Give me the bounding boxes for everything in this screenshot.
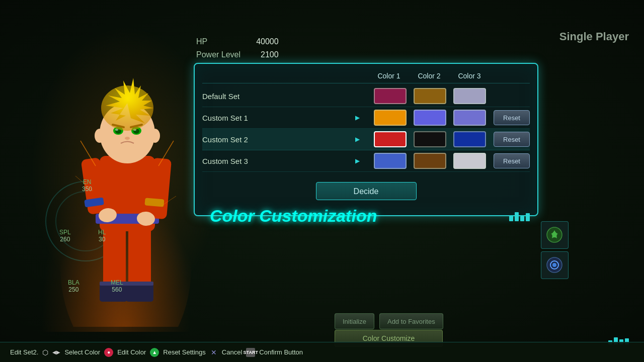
- svg-rect-6: [126, 282, 153, 286]
- color3-swatch-1[interactable]: [453, 110, 486, 126]
- circle-icon: ●: [104, 348, 113, 357]
- reset-btn-1[interactable]: Reset: [494, 110, 530, 125]
- skill-icons: [541, 221, 569, 279]
- color3-swatch-2[interactable]: [453, 131, 486, 147]
- music-bar: [526, 213, 530, 221]
- color-panel: Color 1 Color 2 Color 3 Default Set Cust…: [194, 63, 538, 216]
- music-bar: [515, 212, 519, 221]
- color2-swatch-2[interactable]: [414, 131, 446, 147]
- instr-reset-settings: Reset Settings: [163, 348, 206, 356]
- instruction-bar: Edit Set2. ⬡ ◀▶ Select Color ● Edit Colo…: [0, 342, 644, 362]
- player-info: Single Player: [559, 30, 629, 43]
- arrow-icons: ◀▶: [52, 349, 60, 355]
- col1-header: Color 1: [369, 72, 409, 80]
- svg-point-37: [552, 263, 556, 267]
- svg-point-25: [125, 137, 130, 140]
- decide-button[interactable]: Decide: [316, 182, 417, 200]
- color-row-3[interactable]: Custom Set 3 ▶ Reset: [202, 150, 530, 172]
- table-header: Color 1 Color 2 Color 3: [202, 69, 530, 83]
- music-bar: [509, 215, 513, 221]
- instr-cancel: Cancel: [222, 348, 242, 356]
- color1-swatch-0[interactable]: [374, 88, 407, 104]
- color-row-0[interactable]: Default Set: [202, 85, 530, 107]
- col3-header: Color 3: [449, 72, 490, 80]
- color1-swatch-3[interactable]: [374, 153, 407, 169]
- power-level-value: 2100: [261, 48, 279, 61]
- panel-bottom: Color Customization: [195, 204, 537, 226]
- instruction-prefix: Edit Set2.: [10, 348, 38, 356]
- color3-swatch-3[interactable]: [453, 153, 486, 169]
- triangle-icon: ▲: [150, 348, 159, 357]
- color2-swatch-1[interactable]: [414, 110, 446, 126]
- row-name-2: Custom Set 2: [202, 135, 355, 144]
- reset-btn-3[interactable]: Reset: [494, 153, 530, 168]
- stats-area: HP 40000 Power Level 2100: [196, 35, 279, 61]
- music-bars-icon: [509, 211, 530, 221]
- en-stat: EN 350: [82, 178, 92, 193]
- color1-swatch-1[interactable]: [374, 110, 407, 126]
- row-name-0: Default Set: [202, 92, 355, 101]
- cross-icon: ✕: [211, 348, 217, 356]
- initialize-button[interactable]: Initialize: [335, 313, 374, 329]
- add-favorites-button[interactable]: Add to Favorites: [379, 313, 443, 329]
- color-row-1[interactable]: Custom Set 1 ▶ Reset: [202, 107, 530, 129]
- skill-icon-2: [541, 251, 569, 279]
- color-row-2[interactable]: Custom Set 2 ▶ Reset: [202, 129, 530, 150]
- dpad-icon: ⬡: [42, 348, 48, 356]
- reset-btn-2[interactable]: Reset: [494, 132, 530, 147]
- svg-point-26: [95, 129, 105, 143]
- svg-point-27: [150, 129, 160, 143]
- color3-swatch-0[interactable]: [453, 88, 486, 104]
- instr-select-color: Select Color: [64, 348, 100, 356]
- bla-stat: BLA 250: [68, 279, 79, 293]
- spl-stat: SPL 260: [59, 229, 71, 243]
- bottom-buttons: Initialize Add to Favorites: [335, 313, 443, 329]
- hp-value: 40000: [256, 35, 279, 48]
- instr-edit-color: Edit Color: [117, 348, 146, 356]
- color-table: Color 1 Color 2 Color 3 Default Set Cust…: [195, 64, 537, 177]
- color1-swatch-2[interactable]: [374, 131, 407, 147]
- color-rows: Default Set Custom Set 1 ▶ Reset Custom …: [202, 85, 530, 172]
- hl-stat: HL 30: [98, 229, 106, 243]
- svg-point-29: [101, 85, 153, 131]
- skill-icon-1: [541, 221, 569, 249]
- row-name-3: Custom Set 3: [202, 157, 355, 165]
- color2-swatch-3[interactable]: [414, 153, 446, 169]
- row-arrow-1: ▶: [355, 114, 370, 121]
- music-bar: [520, 216, 524, 221]
- row-arrow-3: ▶: [355, 157, 370, 164]
- color2-swatch-0[interactable]: [414, 88, 446, 104]
- row-name-1: Custom Set 1: [202, 114, 355, 122]
- mel-stat: MEL 560: [111, 279, 123, 293]
- start-icon: START: [246, 348, 255, 357]
- power-level-label: Power Level: [196, 48, 240, 61]
- player-name: Single Player: [559, 30, 629, 43]
- col2-header: Color 2: [409, 72, 449, 80]
- row-arrow-2: ▶: [355, 136, 370, 143]
- cc-title: Color Customization: [202, 206, 384, 226]
- hp-label: HP: [196, 35, 207, 48]
- instr-confirm: Confirm Button: [259, 348, 303, 356]
